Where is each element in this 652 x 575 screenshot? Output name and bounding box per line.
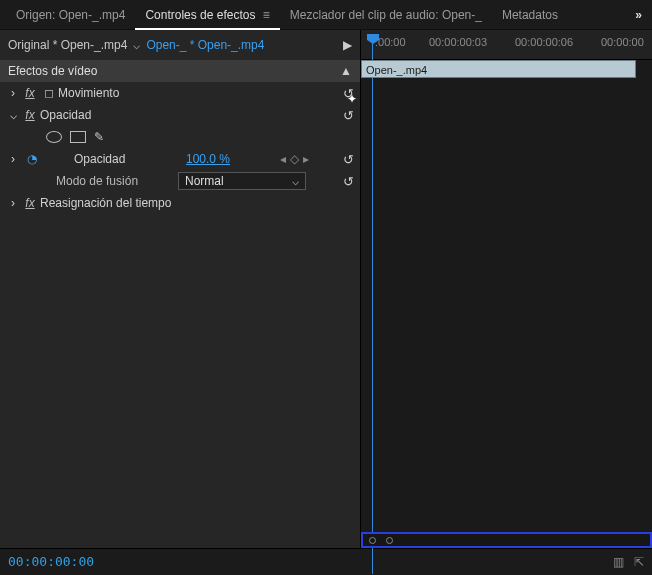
source-sequence-row: Original * Open-_.mp4 ⌵ Open-_ * Open-_.… xyxy=(0,30,360,60)
opacity-mask-tools: ✎ xyxy=(0,126,360,148)
opacity-param-label: Opacidad xyxy=(74,152,125,166)
tab-source[interactable]: Origen: Open-_.mp4 xyxy=(6,0,135,30)
reset-opacity-param-icon[interactable]: ↺ xyxy=(343,152,354,167)
reset-blend-icon[interactable]: ↺ xyxy=(343,174,354,189)
overflow-chevron-icon[interactable]: » xyxy=(631,8,646,22)
source-dropdown-icon[interactable]: ⌵ xyxy=(133,38,140,52)
fx-badge-icon[interactable]: fx xyxy=(20,108,40,122)
ruler-tick: :00:00 xyxy=(375,36,406,48)
current-timecode[interactable]: 00:00:00:00 xyxy=(8,554,94,569)
video-effects-title: Efectos de vídeo xyxy=(8,64,97,78)
effect-opacity-label: Opacidad xyxy=(40,108,91,122)
twirl-icon[interactable]: › xyxy=(6,152,20,166)
effect-time-remap-label: Reasignación del tiempo xyxy=(40,196,171,210)
status-bar: 00:00:00:00 ▥ ⇱ xyxy=(0,548,652,574)
effect-opacity-row[interactable]: ⌵ fx Opacidad ↺ xyxy=(0,104,360,126)
zoom-handle-left-icon[interactable] xyxy=(369,537,376,544)
add-keyframe-icon[interactable]: ◇ xyxy=(290,152,299,166)
status-icon-1[interactable]: ▥ xyxy=(613,555,624,569)
timeline-zoom-bar[interactable] xyxy=(361,532,652,548)
time-ruler[interactable]: :00:00 00:00:00:03 00:00:00:06 00:00:00 xyxy=(361,30,652,60)
blend-mode-row: Modo de fusión Normal ⌵ ↺ xyxy=(0,170,360,192)
blend-mode-value: Normal xyxy=(185,174,224,188)
playhead[interactable] xyxy=(367,34,379,44)
ruler-tick: 00:00:00 xyxy=(601,36,644,48)
tab-audio-mixer[interactable]: Mezclador del clip de audio: Open-_ xyxy=(280,0,492,30)
playhead-marker-icon[interactable] xyxy=(367,34,379,44)
panel-tabs: Origen: Open-_.mp4 Controles de efectos … xyxy=(0,0,652,30)
reset-motion-icon[interactable]: ↺✦ xyxy=(343,86,354,101)
dropdown-chevron-icon: ⌵ xyxy=(292,174,299,188)
tab-effect-controls-label: Controles de efectos xyxy=(145,8,255,22)
mask-rectangle-icon[interactable] xyxy=(70,131,86,143)
blend-mode-label: Modo de fusión xyxy=(56,174,138,188)
original-clip-label: Original * Open-_.mp4 xyxy=(8,38,127,52)
twirl-icon[interactable]: › xyxy=(6,86,20,100)
prev-keyframe-icon[interactable]: ◂ xyxy=(280,152,286,166)
fx-badge-icon[interactable]: fx xyxy=(20,86,40,100)
blend-mode-select[interactable]: Normal ⌵ xyxy=(178,172,306,190)
tab-effect-controls[interactable]: Controles de efectos ≡ xyxy=(135,0,279,30)
keyframe-nav: ◂ ◇ ▸ xyxy=(280,152,309,166)
keyframe-timeline[interactable]: :00:00 00:00:00:03 00:00:00:06 00:00:00 … xyxy=(360,30,652,548)
mask-pen-icon[interactable]: ✎ xyxy=(94,130,104,144)
twirl-icon[interactable]: › xyxy=(6,196,20,210)
panel-menu-icon[interactable]: ≡ xyxy=(263,8,270,22)
ruler-tick: 00:00:00:03 xyxy=(429,36,487,48)
effect-motion-label: Movimiento xyxy=(58,86,119,100)
fx-badge-icon[interactable]: fx xyxy=(20,196,40,210)
motion-transform-icon: ◻ xyxy=(40,86,58,100)
effects-empty-area xyxy=(0,214,360,548)
video-effects-header: Efectos de vídeo ▲ xyxy=(0,60,360,82)
play-only-icon[interactable]: ▶ xyxy=(343,38,352,52)
export-icon[interactable]: ⇱ xyxy=(634,555,644,569)
twirl-open-icon[interactable]: ⌵ xyxy=(6,108,20,122)
ruler-tick: 00:00:00:06 xyxy=(515,36,573,48)
effects-panel: Original * Open-_.mp4 ⌵ Open-_ * Open-_.… xyxy=(0,30,360,548)
opacity-param-row: › ◔ Opacidad 100.0 % ◂ ◇ ▸ ↺ xyxy=(0,148,360,170)
playhead-line xyxy=(372,34,373,574)
sequence-link[interactable]: Open-_ * Open-_.mp4 xyxy=(146,38,264,52)
next-keyframe-icon[interactable]: ▸ xyxy=(303,152,309,166)
section-collapse-icon[interactable]: ▲ xyxy=(340,64,352,78)
mask-ellipse-icon[interactable] xyxy=(46,131,62,143)
opacity-value[interactable]: 100.0 % xyxy=(186,152,230,166)
timeline-clip[interactable]: Open-_.mp4 xyxy=(361,60,636,78)
reset-opacity-icon[interactable]: ↺ xyxy=(343,108,354,123)
effect-time-remap-row[interactable]: › fx Reasignación del tiempo xyxy=(0,192,360,214)
effect-motion-row[interactable]: › fx ◻ Movimiento ↺✦ xyxy=(0,82,360,104)
stopwatch-icon[interactable]: ◔ xyxy=(24,152,40,166)
zoom-handle-right-icon[interactable] xyxy=(386,537,393,544)
tab-metadata[interactable]: Metadatos xyxy=(492,0,568,30)
